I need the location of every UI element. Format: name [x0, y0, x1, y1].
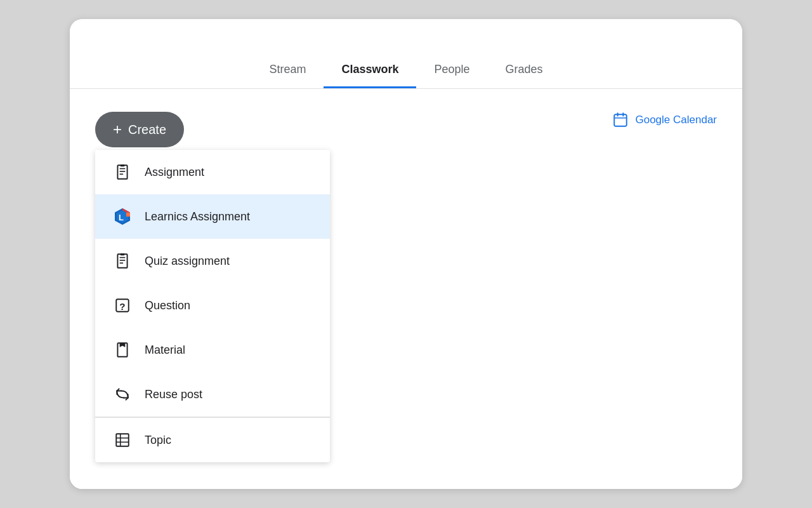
left-panel: + Create — [70, 89, 285, 489]
menu-item-question-label: Question — [145, 299, 190, 312]
svg-rect-0 — [117, 165, 127, 179]
main-window: Stream Classwork People Grades + Create — [70, 19, 742, 489]
menu-item-assignment-label: Assignment — [145, 166, 204, 179]
dropdown-menu: Assignment — [95, 150, 330, 462]
tab-classwork[interactable]: Classwork — [324, 19, 416, 88]
google-calendar-label: Google Calendar — [635, 114, 717, 126]
svg-rect-14 — [121, 253, 125, 255]
right-panel: Google Calendar — [285, 89, 742, 489]
quiz-assignment-icon — [113, 251, 132, 271]
svg-rect-23 — [615, 114, 627, 126]
content-area: + Create — [70, 89, 742, 489]
svg-text:?: ? — [119, 301, 125, 312]
tab-bar-inner: Stream Classwork People Grades — [251, 19, 560, 88]
tab-bar: Stream Classwork People Grades — [70, 19, 742, 89]
material-icon — [113, 340, 132, 359]
tab-stream[interactable]: Stream — [251, 19, 324, 88]
tab-grades[interactable]: Grades — [488, 19, 561, 88]
menu-item-reuse-label: Reuse post — [145, 388, 202, 401]
svg-text:L: L — [119, 213, 124, 222]
plus-icon: + — [113, 122, 122, 137]
svg-rect-10 — [117, 254, 127, 268]
menu-item-material[interactable]: Material — [95, 328, 330, 372]
menu-item-topic[interactable]: Topic — [95, 418, 330, 462]
menu-item-learnics-assignment[interactable]: L Learnics Assignment — [95, 194, 330, 239]
menu-item-material-label: Material — [145, 344, 185, 357]
menu-section-top: Assignment — [95, 150, 330, 417]
svg-rect-4 — [121, 164, 125, 166]
menu-item-quiz-label: Quiz assignment — [145, 255, 230, 268]
assignment-icon — [113, 163, 132, 182]
create-button[interactable]: + Create — [95, 112, 184, 147]
tab-people[interactable]: People — [416, 19, 487, 88]
svg-rect-19 — [116, 434, 129, 446]
menu-item-question[interactable]: ? Question — [95, 283, 330, 328]
menu-item-topic-label: Topic — [145, 434, 171, 447]
google-calendar-link[interactable]: Google Calendar — [612, 112, 717, 128]
menu-item-learnics-label: Learnics Assignment — [145, 210, 250, 224]
calendar-icon — [612, 112, 629, 128]
menu-item-assignment[interactable]: Assignment — [95, 150, 330, 194]
svg-marker-8 — [126, 213, 130, 217]
topic-icon — [113, 431, 132, 450]
menu-section-bottom: Topic — [95, 417, 330, 462]
question-icon: ? — [113, 296, 132, 315]
reuse-icon — [113, 385, 132, 404]
menu-item-reuse-post[interactable]: Reuse post — [95, 372, 330, 417]
menu-item-quiz-assignment[interactable]: Quiz assignment — [95, 239, 330, 283]
learnics-icon: L — [113, 207, 132, 226]
svg-marker-18 — [120, 343, 126, 347]
